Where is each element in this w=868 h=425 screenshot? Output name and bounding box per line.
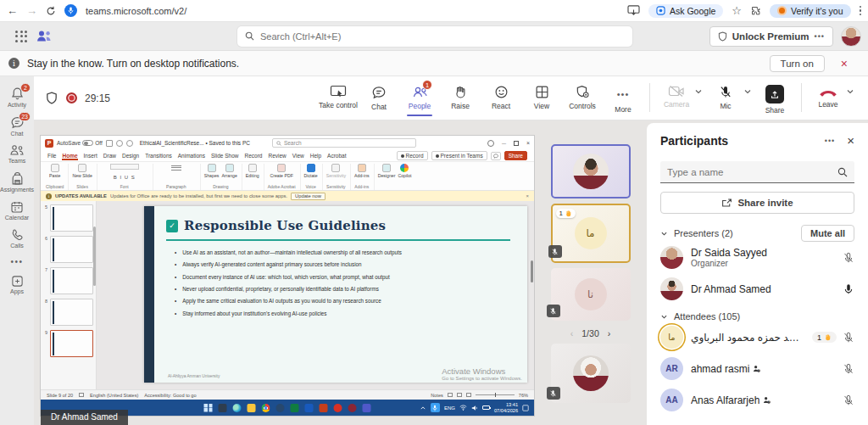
banner-close-icon[interactable]: × bbox=[841, 57, 848, 70]
attendees-section-header[interactable]: Attendees (105) bbox=[647, 311, 868, 322]
ppt-maximize-icon bbox=[514, 141, 519, 146]
sidebar-item-apps[interactable]: Apps bbox=[1, 272, 33, 297]
share-screen-icon bbox=[765, 85, 784, 103]
mic-muted-icon[interactable] bbox=[843, 252, 854, 264]
mute-all-button[interactable]: Mute all bbox=[801, 225, 854, 242]
hand-icon bbox=[824, 333, 832, 341]
mic-on-icon[interactable] bbox=[843, 283, 854, 295]
editing-button: Editing bbox=[246, 164, 259, 178]
controls-button[interactable]: Controls bbox=[563, 81, 602, 110]
mic-button[interactable]: Mic bbox=[706, 81, 745, 110]
sidebar-item-calls[interactable]: Calls bbox=[1, 226, 33, 251]
take-control-button[interactable]: Take control bbox=[319, 81, 358, 109]
page-prev-icon[interactable]: ‹ bbox=[570, 328, 574, 338]
participant-row[interactable]: AR ahmad rasmi ? bbox=[647, 353, 868, 384]
autosave-toggle: AutoSave Off bbox=[57, 140, 103, 146]
browser-forward-icon[interactable]: → bbox=[26, 4, 37, 17]
participant-row[interactable]: AA Anas Alfararjeh ? bbox=[647, 384, 868, 416]
notification-center-icon bbox=[522, 405, 529, 411]
view-button[interactable]: View bbox=[522, 81, 561, 110]
browser-reload-icon[interactable] bbox=[46, 6, 56, 16]
meeting-toolbar: 29:15 Take control Chat 1 People bbox=[34, 76, 868, 120]
rail-more-icon[interactable]: ••• bbox=[10, 254, 23, 270]
teams-header: Unlock Premium ••• bbox=[0, 22, 868, 51]
ribbon-group-acrobat: Create PDF Adobe Acrobat bbox=[268, 164, 301, 190]
send-to-device-icon[interactable] bbox=[627, 5, 640, 16]
react-button[interactable]: React bbox=[481, 81, 520, 110]
video-tile-speaking[interactable] bbox=[551, 144, 631, 199]
ask-google-button[interactable]: Ask Google bbox=[648, 4, 723, 18]
avatar bbox=[660, 277, 683, 300]
current-slide: ✓ Responsible Use Guidelines Use AI as a… bbox=[144, 206, 527, 383]
participant-row[interactable]: ما محمد حمزه محمود البرباوي 1 bbox=[647, 322, 868, 353]
teams-search-input[interactable] bbox=[260, 31, 625, 42]
video-tile[interactable]: نا bbox=[551, 268, 631, 321]
browser-back-icon[interactable]: ← bbox=[7, 4, 18, 17]
page-indicator: 1/30 bbox=[581, 328, 598, 338]
verify-its-you-button[interactable]: Verify it's you bbox=[770, 4, 851, 18]
activity-badge: 2 bbox=[20, 83, 31, 92]
more-button[interactable]: ••• More bbox=[604, 81, 643, 114]
mic-muted-icon bbox=[547, 305, 560, 317]
page-next-icon[interactable]: › bbox=[608, 328, 611, 338]
share-button[interactable]: Share bbox=[755, 81, 794, 115]
video-tile-raised-hand[interactable]: 1 ما bbox=[551, 204, 631, 263]
ppt-menu-help: Help bbox=[310, 153, 321, 159]
participant-search[interactable] bbox=[660, 161, 854, 183]
ppt-title-bar: P AutoSave Off EthicalAI_ScientificRese.… bbox=[41, 136, 534, 150]
chat-button[interactable]: Chat bbox=[359, 81, 398, 111]
video-tile[interactable] bbox=[551, 344, 631, 403]
address-bar-mic-icon[interactable] bbox=[64, 4, 77, 17]
presenters-section-header[interactable]: Presenters (2) Mute all bbox=[647, 225, 868, 242]
ribbon-group-voice: Dictate Voice bbox=[304, 164, 323, 190]
windows-start-icon bbox=[204, 404, 213, 412]
search-icon bbox=[276, 141, 281, 146]
sidebar-item-calendar[interactable]: Calendar bbox=[1, 198, 33, 223]
zoom-slider bbox=[476, 394, 515, 395]
panel-close-icon[interactable]: × bbox=[847, 133, 854, 148]
bookmark-star-icon[interactable]: ☆ bbox=[732, 4, 742, 17]
extensions-icon[interactable] bbox=[750, 5, 761, 16]
unlock-premium-button[interactable]: Unlock Premium ••• bbox=[709, 26, 833, 47]
mic-muted-icon[interactable] bbox=[843, 394, 854, 406]
ppt-share-button: Share bbox=[504, 151, 527, 160]
sidebar-item-assignments[interactable]: Assignments bbox=[1, 169, 33, 195]
more-icon: ••• bbox=[617, 89, 630, 99]
teams-search-bar[interactable] bbox=[237, 26, 632, 47]
calendar-icon bbox=[10, 200, 24, 214]
address-bar-url[interactable]: teams.microsoft.com/v2/ bbox=[86, 6, 186, 16]
app-launcher-icon[interactable] bbox=[15, 31, 27, 42]
title-divider bbox=[166, 239, 510, 241]
share-invite-button[interactable]: Share invite bbox=[660, 192, 854, 214]
ppt-menu-design: Design bbox=[122, 153, 139, 159]
mic-muted-icon bbox=[719, 85, 732, 99]
participant-row[interactable]: Dr Ahmad Samed bbox=[647, 273, 868, 305]
slideshow-view-icon bbox=[466, 393, 471, 397]
participant-row[interactable]: Dr Saida Sayyed Organizer bbox=[647, 242, 868, 273]
ppt-menu-transitions: Transitions bbox=[145, 153, 172, 159]
participants-panel: Participants ••• × Share invite bbox=[647, 123, 868, 425]
backpack-icon bbox=[10, 171, 25, 186]
raise-hand-button[interactable]: Raise bbox=[441, 81, 480, 110]
browser-menu-icon[interactable] bbox=[860, 6, 862, 16]
account-avatar[interactable] bbox=[841, 26, 861, 47]
notes-button: Notes bbox=[431, 393, 443, 398]
ribbon-group-paragraph: Paragraph bbox=[157, 164, 201, 190]
participant-search-input[interactable] bbox=[667, 167, 837, 177]
avatar-initials: ما bbox=[660, 326, 683, 349]
people-button[interactable]: 1 People bbox=[400, 81, 439, 110]
mic-muted-icon[interactable] bbox=[843, 332, 854, 344]
paste-button: Paste bbox=[49, 164, 60, 178]
sidebar-item-chat[interactable]: 23 Chat bbox=[1, 113, 33, 139]
sidebar-item-teams[interactable]: Teams bbox=[1, 142, 33, 166]
leave-button[interactable]: Leave bbox=[809, 81, 848, 109]
ppt-record-button: Record bbox=[397, 151, 428, 160]
camera-button[interactable]: Camera bbox=[657, 81, 696, 109]
panel-more-icon[interactable]: ••• bbox=[825, 137, 835, 145]
turn-on-button[interactable]: Turn on bbox=[770, 55, 825, 72]
ribbon-group-slides: New Slide Slides bbox=[72, 164, 97, 190]
slide-thumbnail: 8 bbox=[42, 299, 93, 326]
sidebar-item-activity[interactable]: 2 Activity bbox=[1, 84, 33, 110]
mic-muted-icon[interactable] bbox=[843, 363, 854, 375]
ppt-comments-icon bbox=[491, 152, 501, 160]
